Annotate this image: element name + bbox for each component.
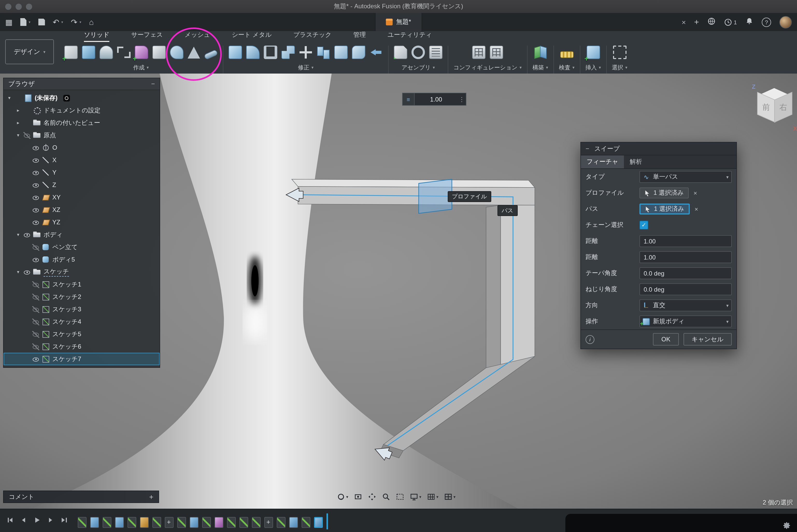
loft-icon[interactable] [170, 45, 183, 59]
joint-icon[interactable] [411, 45, 425, 59]
visibility-eye-icon[interactable] [23, 269, 31, 275]
browser-item-スケッチ4[interactable]: スケッチ4 [4, 316, 160, 328]
go-to-start-button[interactable] [6, 516, 14, 526]
active-document-badge[interactable] [63, 95, 70, 101]
visibility-eye-icon[interactable] [32, 293, 39, 300]
timeline-feature-18-body[interactable] [289, 517, 298, 528]
timeline-feature-4-body[interactable] [115, 517, 124, 528]
browser-item-スケッチ6[interactable]: スケッチ6 [4, 340, 160, 353]
visibility-eye-icon[interactable] [32, 194, 39, 201]
value-input[interactable]: 0.0 deg [640, 267, 732, 279]
browser-item-スケッチ7[interactable]: スケッチ7 [4, 353, 160, 365]
browser-item-スケッチ2[interactable]: スケッチ2 [4, 291, 160, 303]
ribbon-tab-シート メタル[interactable]: シート メタル [232, 31, 272, 42]
group-dropdown-挿入[interactable]: 挿入▾ [585, 64, 601, 72]
timeline-feature-8-move[interactable] [165, 517, 173, 528]
browser-item-YZ[interactable]: YZ [4, 216, 160, 228]
browser-item-Z[interactable]: Z [4, 179, 160, 191]
timeline-feature-9-sketch[interactable] [177, 517, 186, 528]
save-icon[interactable] [38, 19, 45, 25]
visibility-eye-icon[interactable] [32, 331, 39, 338]
group-dropdown-アセンブリ[interactable]: アセンブリ▾ [402, 64, 435, 72]
path-type-dropdown[interactable]: 単一パス▾ [640, 171, 732, 183]
dialog-tab-フィーチャ[interactable]: フィーチャ [581, 155, 624, 168]
clear-selection-icon[interactable]: × [694, 205, 698, 213]
cancel-button[interactable]: キャンセル [683, 333, 732, 345]
new-document-tab-icon[interactable]: + [694, 17, 699, 27]
ok-button[interactable]: OK [653, 333, 679, 345]
value-input[interactable]: 0.0 deg [640, 283, 732, 295]
browser-item-原点[interactable]: ▾原点 [4, 129, 160, 141]
shell-icon[interactable] [264, 45, 277, 59]
visibility-eye-icon[interactable] [32, 281, 39, 288]
look-at-icon[interactable] [354, 493, 362, 501]
group-dropdown-修正[interactable]: 修正▾ [298, 64, 314, 72]
browser-item-ドキュメントの設定[interactable]: ▸ドキュメントの設定 [4, 104, 160, 117]
browser-item-XY[interactable]: XY [4, 191, 160, 204]
ribbon-tab-プラスチック[interactable]: プラスチック [293, 31, 331, 42]
help-icon[interactable]: ? [762, 17, 771, 27]
timeline-feature-19-sketch[interactable] [302, 517, 310, 528]
browser-item-スケッチ3[interactable]: スケッチ3 [4, 303, 160, 316]
visibility-eye-icon[interactable] [32, 244, 39, 250]
timeline-feature-12-form[interactable] [215, 517, 223, 528]
extrude-icon[interactable] [82, 45, 95, 59]
workspace-selector[interactable]: デザイン ▾ [5, 39, 54, 64]
drag-handle-icon[interactable]: ≡ [403, 93, 414, 105]
browser-item-名前の付いたビュー[interactable]: ▸名前の付いたビュー [4, 117, 160, 129]
viewports-icon[interactable]: ▾ [444, 493, 456, 501]
dialog-collapse-button[interactable]: − [586, 145, 589, 152]
browser-item-XZ[interactable]: XZ [4, 204, 160, 216]
combine-icon[interactable] [281, 45, 295, 59]
revolve-icon[interactable] [99, 45, 113, 59]
group-dropdown-作成[interactable]: 作成▾ [133, 64, 149, 72]
browser-item-Y[interactable]: Y [4, 166, 160, 179]
group-dropdown-選択[interactable]: 選択▾ [612, 64, 627, 72]
visibility-eye-icon[interactable] [32, 157, 39, 164]
visibility-eye-icon[interactable] [32, 256, 39, 263]
tree-chevron-icon[interactable]: ▸ [16, 108, 21, 113]
add-comment-icon[interactable]: + [149, 493, 153, 501]
primitive-icon[interactable] [117, 45, 131, 59]
timeline-feature-7-sketch[interactable] [152, 517, 161, 528]
ribbon-tab-ソリッド[interactable]: ソリッド [84, 31, 109, 42]
value-input[interactable]: 1.00 [640, 235, 732, 247]
selection-button[interactable]: 1 選択済み [640, 188, 689, 198]
configuration-table-icon[interactable] [490, 45, 503, 59]
visibility-eye-icon[interactable] [32, 356, 39, 362]
tree-chevron-icon[interactable]: ▸ [16, 120, 21, 125]
timeline-settings-gear-icon[interactable] [782, 521, 791, 532]
rib-icon[interactable] [188, 46, 200, 58]
offset-face-icon[interactable] [334, 45, 348, 59]
step-back-button[interactable] [20, 516, 27, 526]
tree-chevron-icon[interactable]: ▾ [16, 269, 21, 274]
browser-item-スケッチ1[interactable]: スケッチ1 [4, 278, 160, 291]
measure-icon[interactable] [560, 51, 573, 58]
move-copy-icon[interactable] [299, 45, 313, 59]
app-grid-icon[interactable]: ▦ [5, 17, 13, 27]
insert-icon[interactable] [586, 45, 600, 59]
new-component-icon[interactable] [394, 45, 407, 59]
zoom-icon[interactable] [382, 493, 390, 501]
select-icon[interactable] [613, 45, 626, 59]
timeline-feature-2-body[interactable] [90, 517, 99, 528]
ribbon-tab-メッシュ[interactable]: メッシュ [185, 31, 210, 42]
extension-globe-icon[interactable] [707, 17, 716, 27]
kebab-menu-icon[interactable]: ⋮ [458, 96, 466, 103]
go-to-end-button[interactable] [60, 516, 68, 526]
step-forward-button[interactable] [47, 516, 54, 526]
visibility-eye-icon[interactable] [32, 343, 39, 350]
distance-value[interactable]: 1.00 [414, 96, 458, 103]
configure-icon[interactable] [472, 45, 485, 59]
ribbon-tab-管理[interactable]: 管理 [353, 31, 366, 42]
file-menu-icon[interactable] [20, 18, 26, 26]
chain-selection-checkbox[interactable]: ✓ [640, 221, 648, 229]
sweep-profile-plane[interactable] [419, 179, 452, 213]
browser-item-(未保存)[interactable]: ▾(未保存) [4, 92, 160, 104]
browser-item-ペン立て[interactable]: ペン立て [4, 241, 160, 253]
visibility-eye-icon[interactable] [32, 144, 39, 151]
redo-icon[interactable]: ↷ [71, 17, 77, 27]
view-cube[interactable]: Z 前 右 X [753, 86, 797, 131]
home-icon[interactable]: ⌂ [89, 18, 94, 26]
delete-icon[interactable] [370, 45, 383, 59]
